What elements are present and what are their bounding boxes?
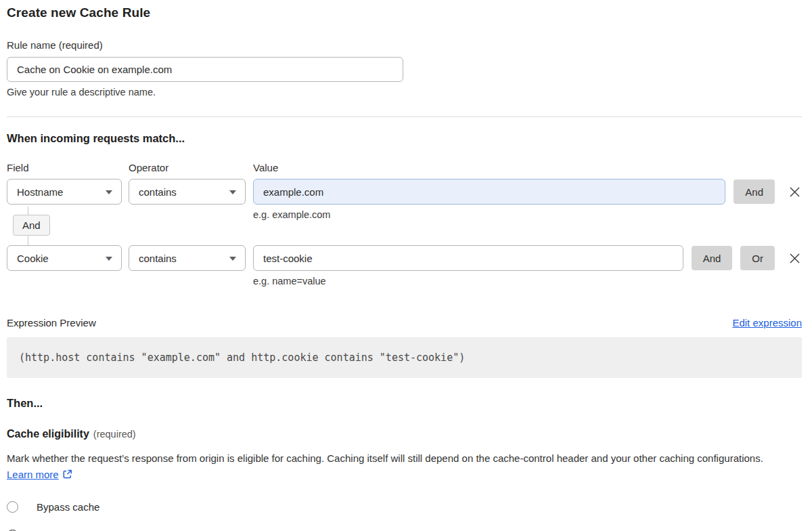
caret-down-icon [229,257,236,261]
field-select-value: Hostname [17,186,63,198]
remove-condition-button[interactable] [787,251,802,266]
match-section-heading: When incoming requests match... [7,132,802,145]
cache-eligibility-description: Mark whether the request’s response from… [7,450,792,484]
close-icon [789,186,800,198]
radio-label: Bypass cache [37,501,99,513]
expression-preview-label: Expression Preview [7,317,96,328]
external-link-icon [62,468,73,484]
expression-preview-code: (http.host contains "example.com" and ht… [7,337,802,378]
remove-condition-button[interactable] [787,184,802,199]
learn-more-link[interactable]: Learn more [7,469,59,480]
rule-name-help: Give your rule a descriptive name. [7,87,802,98]
description-text: Mark whether the request’s response from… [7,452,763,464]
required-tag: (required) [93,429,136,440]
condition-actions: And [734,179,802,205]
connector-and-chip[interactable]: And [13,215,50,236]
value-column: e.g. name=value [253,245,683,286]
edit-expression-link[interactable]: Edit expression [732,317,802,328]
then-heading: Then... [7,397,802,410]
or-button[interactable]: Or [740,246,775,270]
radio-icon [7,501,18,513]
field-select[interactable]: Hostname [7,179,122,205]
rule-name-label: Rule name (required) [7,39,802,51]
operator-select[interactable]: contains [129,179,246,205]
operator-select[interactable]: contains [129,245,246,271]
cache-eligibility-heading: Cache eligibility(required) [7,428,802,440]
value-input[interactable] [253,179,725,205]
caret-down-icon [229,190,236,194]
radio-bypass-cache[interactable]: Bypass cache [7,501,802,513]
condition-actions: And Or [692,245,802,271]
and-button[interactable]: And [734,179,775,204]
field-select-value: Cookie [17,253,49,264]
caret-down-icon [106,190,112,194]
cache-eligibility-title: Cache eligibility [7,428,89,440]
close-icon [789,253,800,264]
operator-select-value: contains [139,186,177,198]
caret-down-icon [106,257,112,261]
condition-row: Cookie contains e.g. name=value And Or [7,245,802,286]
value-hint: e.g. name=value [253,276,683,286]
value-column-label: Value [253,162,802,173]
field-column-label: Field [7,162,129,173]
field-select[interactable]: Cookie [7,245,122,271]
and-button[interactable]: And [692,246,733,270]
operator-column-label: Operator [129,162,253,173]
condition-connector: And [7,214,802,245]
rule-name-input[interactable] [7,57,403,82]
section-divider [7,116,802,117]
expression-header: Expression Preview Edit expression [7,317,802,328]
value-input[interactable] [253,245,683,271]
condition-column-labels: Field Operator Value [7,162,802,173]
page-title: Create new Cache Rule [7,5,802,20]
operator-select-value: contains [139,253,177,264]
create-cache-rule-form: Create new Cache Rule Rule name (require… [0,0,812,531]
